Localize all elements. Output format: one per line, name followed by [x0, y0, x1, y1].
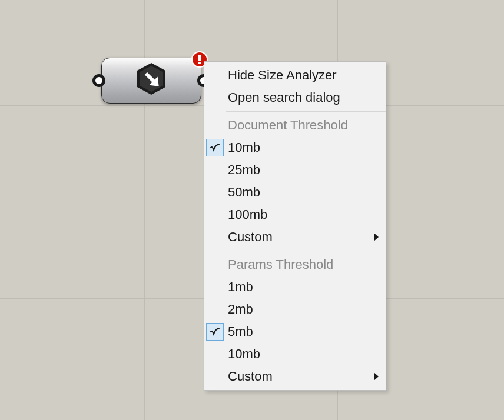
context-menu: Hide Size Analyzer Open search dialog Do…	[204, 61, 386, 391]
node-hex-arrow-icon	[134, 61, 169, 100]
menu-separator	[226, 111, 386, 112]
menu-item-doc-0[interactable]: 10mb	[204, 136, 386, 159]
menu-item-label: 10mb	[228, 140, 260, 155]
menu-item-doc-2[interactable]: 50mb	[204, 181, 386, 204]
menu-item-label: 1mb	[228, 279, 253, 295]
menu-item-doc-3[interactable]: 100mb	[204, 204, 386, 226]
canvas-node[interactable]	[101, 58, 201, 104]
menu-item-label: 100mb	[228, 207, 267, 222]
menu-item-open-search-dialog[interactable]: Open search dialog	[204, 86, 386, 109]
menu-item-params-2[interactable]: 5mb	[204, 321, 386, 343]
node-input-port[interactable]	[92, 74, 105, 87]
menu-item-params-0[interactable]: 1mb	[204, 276, 386, 298]
menu-header-label: Document Threshold	[228, 118, 348, 133]
submenu-arrow-icon	[374, 233, 379, 241]
menu-header-params-threshold: Params Threshold	[204, 254, 386, 276]
menu-header-label: Params Threshold	[228, 257, 333, 272]
menu-header-document-threshold: Document Threshold	[204, 114, 386, 136]
check-icon	[206, 323, 224, 341]
menu-item-label: 10mb	[228, 346, 260, 362]
menu-item-params-1[interactable]: 2mb	[204, 298, 386, 321]
svg-rect-4	[198, 55, 201, 61]
menu-item-hide-size-analyzer[interactable]: Hide Size Analyzer	[204, 64, 386, 86]
menu-item-label: 25mb	[228, 162, 260, 178]
svg-rect-5	[198, 62, 201, 64]
menu-item-label: Custom	[228, 369, 273, 384]
menu-item-label: 5mb	[228, 324, 253, 339]
menu-item-doc-1[interactable]: 25mb	[204, 159, 386, 181]
menu-separator	[226, 251, 386, 251]
menu-item-label: Open search dialog	[228, 90, 340, 105]
menu-item-label: 50mb	[228, 185, 260, 200]
menu-item-params-3[interactable]: 10mb	[204, 343, 386, 365]
submenu-arrow-icon	[374, 372, 379, 381]
menu-item-label: Custom	[228, 229, 273, 245]
menu-item-label: 2mb	[228, 302, 253, 317]
menu-item-doc-custom[interactable]: Custom	[204, 226, 386, 248]
check-icon	[206, 139, 224, 156]
menu-item-label: Hide Size Analyzer	[228, 68, 337, 83]
menu-item-params-custom[interactable]: Custom	[204, 365, 386, 388]
